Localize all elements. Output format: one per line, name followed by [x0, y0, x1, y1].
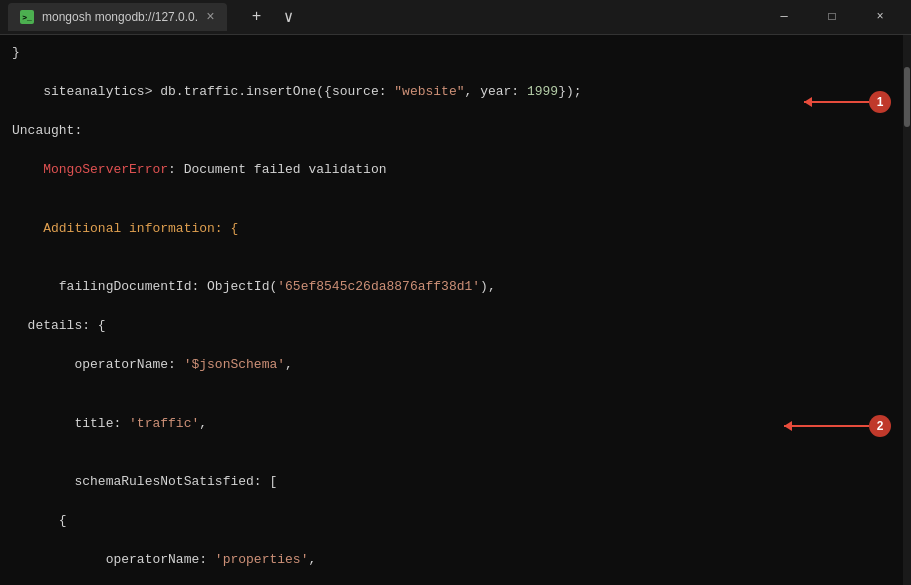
additional-info-line: Additional information: {: [12, 199, 899, 258]
operator-name-line: operatorName: '$jsonSchema',: [12, 336, 899, 395]
terminal-command-line: siteanalytics> db.traffic.insertOne({sou…: [12, 63, 899, 122]
failing-doc-line: failingDocumentId: ObjectId('65ef8545c26…: [12, 258, 899, 317]
tab-close-button[interactable]: ×: [206, 10, 214, 24]
terminal-icon: >_: [20, 10, 34, 24]
open-brace-1: {: [12, 511, 899, 531]
terminal-line: }: [12, 43, 899, 63]
close-button[interactable]: ×: [857, 1, 903, 33]
scrollbar-thumb[interactable]: [904, 67, 910, 127]
maximize-button[interactable]: □: [809, 1, 855, 33]
terminal-tab[interactable]: >_ mongosh mongodb://127.0.0. ×: [8, 3, 227, 31]
details-line: details: {: [12, 316, 899, 336]
minimize-button[interactable]: —: [761, 1, 807, 33]
titlebar-actions: + ∨: [243, 3, 303, 31]
new-tab-button[interactable]: +: [243, 3, 271, 31]
schema-rules-line: schemaRulesNotSatisfied: [: [12, 453, 899, 512]
window-controls: — □ ×: [761, 1, 903, 33]
titlebar-left: >_ mongosh mongodb://127.0.0. × + ∨: [8, 3, 761, 31]
terminal-content: } siteanalytics> db.traffic.insertOne({s…: [0, 35, 911, 585]
operator-name-2-line: operatorName: 'properties',: [12, 531, 899, 586]
scrollbar[interactable]: [903, 35, 911, 585]
error-line: MongoServerError: Document failed valida…: [12, 141, 899, 200]
dropdown-button[interactable]: ∨: [275, 3, 303, 31]
title-line: title: 'traffic',: [12, 394, 899, 453]
titlebar: >_ mongosh mongodb://127.0.0. × + ∨ — □ …: [0, 0, 911, 35]
uncaught-line: Uncaught:: [12, 121, 899, 141]
tab-title: mongosh mongodb://127.0.0.: [42, 10, 198, 24]
